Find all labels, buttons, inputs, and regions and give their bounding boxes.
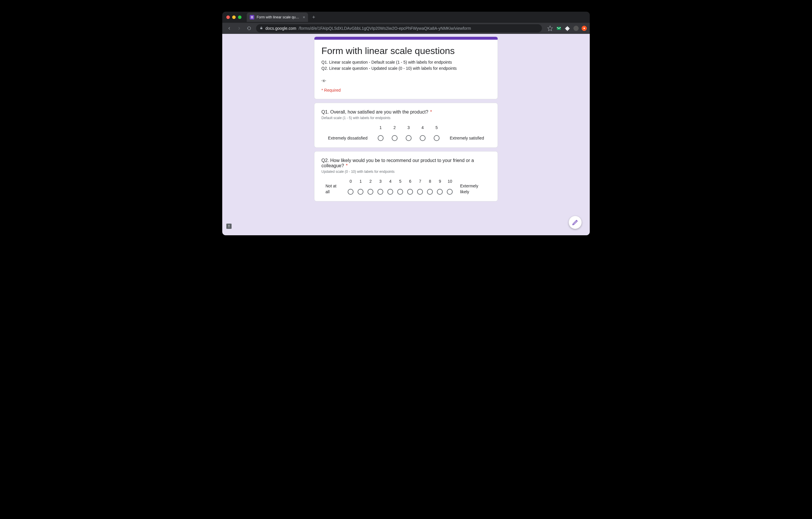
scale-low-label: Extremely dissatisfied [324,135,372,141]
linear-scale-q1: Extremely dissatisfied 1 2 3 4 [321,125,491,141]
scale-radio[interactable] [417,189,423,195]
scale-option: 3 [377,179,384,195]
scale-radio[interactable] [427,189,433,195]
question-description: Updated scale (0 - 10) with labels for e… [321,170,491,174]
lock-icon [260,26,263,31]
scale-low-label: Not at all [321,183,344,195]
window-zoom-button[interactable] [238,16,241,19]
scale-option: 5 [396,179,404,195]
scale-radio[interactable] [377,189,383,195]
scale-option: 6 [406,179,414,195]
scale-number: 1 [359,179,362,184]
scale-number: 5 [399,179,402,184]
bookmark-star-icon[interactable] [547,25,553,31]
tab-close-icon[interactable]: × [303,15,305,19]
scale-option: 7 [416,179,424,195]
scale-number: 1 [379,125,382,130]
scale-number: 10 [448,179,453,184]
scale-radio[interactable] [392,135,398,141]
profile-avatar-icon[interactable] [573,26,579,31]
scale-number: 2 [370,179,372,184]
form-header-card: Form with linear scale questions Q1. Lin… [314,37,498,99]
scale-radio[interactable] [378,135,383,141]
back-button[interactable] [225,24,233,32]
linear-scale-q2: Not at all 0 1 2 3 4 5 6 7 8 9 10 Exterm… [321,179,491,195]
toolbar: docs.google.com/forms/d/e/1FAIpQLSdXLDAv… [222,23,590,34]
forward-button[interactable] [235,24,243,32]
scale-option: 1 [357,179,364,195]
svg-rect-0 [251,16,253,17]
scale-option: 10 [446,179,454,195]
question-title: Q2. How likely would you be to recommend… [321,158,491,168]
window-minimize-button[interactable] [232,16,236,19]
question-title-text: Q2. How likely would you be to recommend… [321,158,474,168]
scale-radio[interactable] [357,189,364,195]
form-container: Form with linear scale questions Q1. Lin… [314,37,498,201]
extensions-puzzle-icon[interactable] [565,25,571,31]
exclamation-icon: ! [228,224,230,228]
forms-favicon-icon [250,15,254,20]
scale-option: 2 [390,125,400,141]
window-controls [226,16,241,19]
scale-radio[interactable] [368,189,373,195]
report-problem-button[interactable]: ! [226,224,232,229]
scale-number: 0 [350,179,352,184]
scale-option: 8 [426,179,434,195]
pencil-icon [572,219,578,226]
scale-number: 9 [439,179,441,184]
edit-form-fab[interactable] [569,216,582,229]
extension-badge-icon[interactable] [582,26,587,31]
scale-number: 4 [389,179,392,184]
new-tab-button[interactable]: + [312,14,315,21]
scale-radio[interactable] [348,189,353,195]
scale-option: 1 [376,125,385,141]
svg-marker-3 [548,26,553,31]
scale-number: 4 [422,125,424,130]
scale-number: 6 [409,179,411,184]
titlebar: Form with linear scale question × + [222,12,590,23]
scale-radio[interactable] [406,135,411,141]
scale-radio[interactable] [447,189,453,195]
address-bar[interactable]: docs.google.com/forms/d/e/1FAIpQLSdXLDAv… [256,24,542,32]
reload-button[interactable] [245,24,253,32]
scale-radio[interactable] [420,135,426,141]
scale-number: 3 [407,125,410,130]
scale-option: 2 [367,179,374,195]
scale-number: 3 [379,179,382,184]
scale-radio[interactable] [407,189,413,195]
form-title: Form with linear scale questions [321,46,491,56]
browser-tab[interactable]: Form with linear scale question × [247,12,308,22]
scale-high-label: Extermely likely [456,183,491,195]
scale-high-label: Extremely satisfied [446,135,488,141]
url-host: docs.google.com [265,26,296,31]
scale-number: 8 [429,179,431,184]
required-note: * Required [321,88,491,92]
question-title: Q1. Overall, how satisfied are you with … [321,109,491,115]
question-card-q1: Q1. Overall, how satisfied are you with … [314,103,498,148]
scale-number: 5 [435,125,438,130]
scale-number: 2 [394,125,396,130]
svg-point-5 [584,28,585,29]
scale-option: 9 [436,179,444,195]
mail-extension-icon[interactable] [556,25,562,31]
page-viewport: Form with linear scale questions Q1. Lin… [222,34,590,235]
window-close-button[interactable] [226,16,230,19]
form-description: Q1. Linear scale question - Default scal… [321,59,491,84]
toolbar-right [547,25,587,31]
scale-radio[interactable] [397,189,403,195]
url-path: /forms/d/e/1FAIpQLSdXLDAvGbbL1gQVIp20Ws2… [299,26,471,31]
scale-option: 3 [404,125,413,141]
question-title-text: Q1. Overall, how satisfied are you with … [321,109,428,114]
scale-radio[interactable] [387,189,393,195]
question-card-q2: Q2. How likely would you be to recommend… [314,151,498,201]
scale-radio[interactable] [437,189,443,195]
scale-option: 4 [386,179,394,195]
required-asterisk: * [346,163,348,168]
scale-number: 7 [419,179,422,184]
svg-rect-2 [251,18,253,18]
scale-option: 4 [418,125,428,141]
scale-radio[interactable] [434,135,439,141]
scale-option: 0 [347,179,354,195]
tab-title: Form with linear scale question [257,15,300,19]
required-asterisk: * [430,109,432,114]
